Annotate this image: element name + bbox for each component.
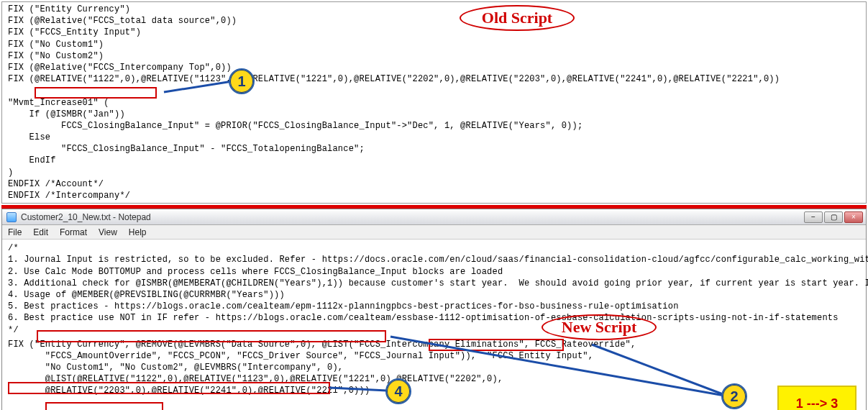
minimize-button[interactable]: − xyxy=(804,211,823,223)
highlight-journal-input xyxy=(429,339,564,351)
new-script-label: New Script xyxy=(542,314,657,340)
marker-2-text: 2 xyxy=(730,388,738,405)
marker-2: 2 xyxy=(721,383,747,409)
menu-help[interactable]: Help xyxy=(129,227,147,237)
menubar: File Edit Format View Help xyxy=(2,225,866,240)
menu-view[interactable]: View xyxy=(99,227,117,237)
legend-text: 1 ---> 3 xyxy=(796,396,839,410)
menu-format[interactable]: Format xyxy=(60,227,87,237)
marker-4: 4 xyxy=(385,378,411,404)
maximize-button[interactable]: ▢ xyxy=(824,211,843,223)
marker-1-text: 1 xyxy=(237,73,245,90)
close-button[interactable]: × xyxy=(844,211,863,223)
old-script-text: FIX ("Entity Currency") FIX (@Relative("… xyxy=(2,2,866,203)
old-script-label: Old Script xyxy=(460,5,575,31)
menu-edit[interactable]: Edit xyxy=(33,227,48,237)
highlight-fix-entity xyxy=(37,330,386,342)
old-script-pane: FIX ("Entity Currency") FIX (@Relative("… xyxy=(1,1,867,204)
marker-4-text: 4 xyxy=(394,383,402,400)
highlight-if-jan xyxy=(35,87,157,99)
notepad-window: Customer2_10_New.txt - Notepad − ▢ × Fil… xyxy=(1,209,867,410)
highlight-calcmode xyxy=(8,382,330,394)
notepad-icon xyxy=(6,212,17,222)
old-script-label-text: Old Script xyxy=(482,9,552,27)
menu-file[interactable]: File xyxy=(8,227,22,237)
window-title: Customer2_10_New.txt - Notepad xyxy=(21,212,151,222)
marker-1: 1 xyxy=(229,68,255,94)
new-script-label-text: New Script xyxy=(562,318,636,337)
titlebar: Customer2_10_New.txt - Notepad − ▢ × xyxy=(2,209,866,225)
legend-box: 1 ---> 3 xyxy=(777,386,856,410)
notepad-comments[interactable]: /* 1. Journal Input is restricted, so to… xyxy=(2,240,866,337)
window-controls: − ▢ × xyxy=(804,211,866,223)
highlight-not-ismbr xyxy=(45,402,163,410)
